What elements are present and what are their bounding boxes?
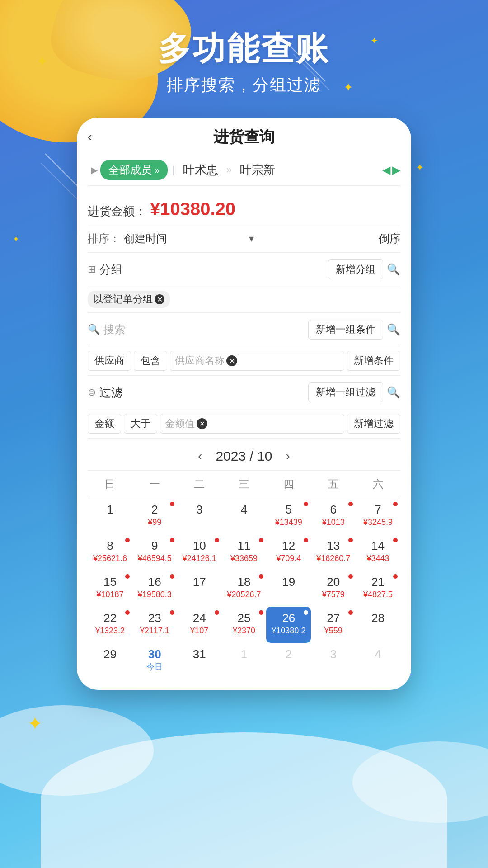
filter-value-close[interactable]: ✕ xyxy=(197,418,207,429)
cal-day-1-5[interactable]: 13¥16260.7 xyxy=(311,534,356,571)
tab-arrows: » xyxy=(155,165,160,175)
cal-day-amount-2-0: ¥10187 xyxy=(96,590,123,599)
cal-day-amount-3-4: ¥10380.2 xyxy=(272,626,305,636)
search-icon: 🔍 xyxy=(88,324,100,335)
cal-day-amount-2-6: ¥4827.5 xyxy=(363,590,393,599)
cal-day-2-0[interactable]: 15¥10187 xyxy=(88,571,132,607)
cal-day-dot-3-4 xyxy=(304,610,308,615)
cond-op-contains[interactable]: 包含 xyxy=(134,351,167,371)
cal-day-1-3[interactable]: 11¥33659 xyxy=(222,534,267,571)
cal-day-amount-2-3: ¥20526.7 xyxy=(227,590,261,599)
cal-day-num-3-5: 27 xyxy=(327,611,340,625)
filter-value-text: 金额值 xyxy=(165,417,195,430)
cal-day-num-3-4: 26 xyxy=(282,611,295,625)
new-condition-btn[interactable]: 新增一组条件 xyxy=(308,320,383,340)
cal-day-4-1[interactable]: 30今日 xyxy=(132,643,177,679)
search-placeholder[interactable]: 搜索 xyxy=(103,322,305,337)
cal-day-0-0[interactable]: 1 xyxy=(88,498,132,534)
next-icon[interactable]: ▶ xyxy=(392,164,400,176)
cal-day-0-3[interactable]: 4 xyxy=(222,498,267,534)
member1-tab[interactable]: 叶术忠 xyxy=(179,162,222,178)
cal-day-2-3[interactable]: 18¥20526.7 xyxy=(222,571,267,607)
cal-day-3-6[interactable]: 28 xyxy=(356,607,400,643)
play-icon: ▶ xyxy=(88,164,100,176)
calendar-section: ‹ 2023 / 10 › 日 一 二 三 四 五 六 12¥99345¥134… xyxy=(88,439,400,683)
cal-day-2-5[interactable]: 20¥7579 xyxy=(311,571,356,607)
cal-day-0-5[interactable]: 6¥1013 xyxy=(311,498,356,534)
member2-tab[interactable]: 叶宗新 xyxy=(236,162,279,178)
cal-day-num-2-4: 19 xyxy=(282,575,295,589)
cal-day-dot-1-0 xyxy=(125,538,130,542)
cal-day-3-3[interactable]: 25¥2370 xyxy=(222,607,267,643)
cal-day-4-2[interactable]: 31 xyxy=(177,643,222,679)
cal-day-1-6[interactable]: 14¥3443 xyxy=(356,534,400,571)
cal-day-num-0-4: 5 xyxy=(286,503,292,517)
sort-order-btn[interactable]: 倒序 xyxy=(379,231,400,246)
calendar-days: 12¥99345¥134396¥10137¥3245.98¥25621.69¥4… xyxy=(88,498,400,679)
cal-day-4-4[interactable]: 2 xyxy=(266,643,311,679)
cal-day-3-4[interactable]: 26¥10380.2 xyxy=(266,607,311,643)
cal-day-2-1[interactable]: 16¥19580.3 xyxy=(132,571,177,607)
cal-day-num-0-0: 1 xyxy=(107,503,113,517)
sort-dropdown-icon[interactable]: ▾ xyxy=(249,233,254,245)
filter-label: 过滤 xyxy=(99,385,305,401)
group-search-icon[interactable]: 🔍 xyxy=(387,263,400,276)
svg-line-0 xyxy=(45,154,81,190)
cond-value-text: 供应商名称 xyxy=(175,354,225,368)
sort-label: 排序： xyxy=(88,231,120,246)
cal-day-amount-1-6: ¥3443 xyxy=(367,554,389,563)
cal-day-3-0[interactable]: 22¥1323.2 xyxy=(88,607,132,643)
calendar-nav: ‹ 2023 / 10 › xyxy=(88,442,400,470)
new-filter-group-btn[interactable]: 新增一组过滤 xyxy=(308,382,383,402)
weekday-wed: 三 xyxy=(222,474,267,494)
cal-day-dot-0-1 xyxy=(170,502,174,506)
all-members-label: 全部成员 xyxy=(108,163,152,177)
cal-day-3-1[interactable]: 23¥2117.1 xyxy=(132,607,177,643)
filter-search-icon[interactable]: 🔍 xyxy=(387,386,400,399)
cal-day-0-2[interactable]: 3 xyxy=(177,498,222,534)
cond-value-close[interactable]: ✕ xyxy=(226,355,237,366)
cal-day-num-4-0: 29 xyxy=(103,647,117,661)
filter-op-gt[interactable]: 大于 xyxy=(124,414,157,434)
cal-day-num-4-4: 2 xyxy=(286,647,292,661)
cal-day-num-3-3: 25 xyxy=(238,611,251,625)
cal-weekdays: 日 一 二 三 四 五 六 xyxy=(88,471,400,498)
cal-day-4-6[interactable]: 4 xyxy=(356,643,400,679)
cal-day-1-2[interactable]: 10¥24126.1 xyxy=(177,534,222,571)
new-group-btn[interactable]: 新增分组 xyxy=(328,259,383,279)
group-tag-close[interactable]: ✕ xyxy=(155,294,164,304)
cal-day-0-4[interactable]: 5¥13439 xyxy=(266,498,311,534)
weekday-fri: 五 xyxy=(311,474,356,494)
cal-today-label-4-1: 今日 xyxy=(146,661,163,672)
cal-day-3-2[interactable]: 24¥107 xyxy=(177,607,222,643)
cal-day-4-3[interactable]: 1 xyxy=(222,643,267,679)
filter-field-amount[interactable]: 金额 xyxy=(88,414,121,434)
cal-day-2-4[interactable]: 19 xyxy=(266,571,311,607)
prev-icon[interactable]: ◀ xyxy=(382,164,390,176)
cal-day-3-5[interactable]: 27¥559 xyxy=(311,607,356,643)
cal-day-4-0[interactable]: 29 xyxy=(88,643,132,679)
new-filter-item-btn[interactable]: 新增过滤 xyxy=(347,414,400,434)
cal-day-2-2[interactable]: 17 xyxy=(177,571,222,607)
cal-day-dot-1-1 xyxy=(170,538,174,542)
weekday-sun: 日 xyxy=(88,474,132,494)
cal-day-1-0[interactable]: 8¥25621.6 xyxy=(88,534,132,571)
tab-nav[interactable]: ◀ ▶ xyxy=(382,164,400,176)
cond-field-supplier[interactable]: 供应商 xyxy=(88,351,131,371)
cal-day-2-6[interactable]: 21¥4827.5 xyxy=(356,571,400,607)
sort-field: 创建时间 xyxy=(124,231,249,246)
search-confirm-icon[interactable]: 🔍 xyxy=(387,323,400,336)
cal-day-1-4[interactable]: 12¥709.4 xyxy=(266,534,311,571)
cal-day-1-1[interactable]: 9¥46594.5 xyxy=(132,534,177,571)
cal-day-4-5[interactable]: 3 xyxy=(311,643,356,679)
cal-day-0-6[interactable]: 7¥3245.9 xyxy=(356,498,400,534)
cal-day-dot-1-5 xyxy=(348,538,353,542)
cal-day-0-1[interactable]: 2¥99 xyxy=(132,498,177,534)
new-condition-item-btn[interactable]: 新增条件 xyxy=(347,351,400,371)
cal-prev-btn[interactable]: ‹ xyxy=(193,449,206,463)
back-button[interactable]: ‹ xyxy=(88,130,92,144)
cal-next-btn[interactable]: › xyxy=(282,449,295,463)
cal-day-dot-2-3 xyxy=(259,574,263,579)
all-members-tab[interactable]: 全部成员 » xyxy=(100,160,168,180)
cal-day-amount-1-5: ¥16260.7 xyxy=(316,554,350,563)
